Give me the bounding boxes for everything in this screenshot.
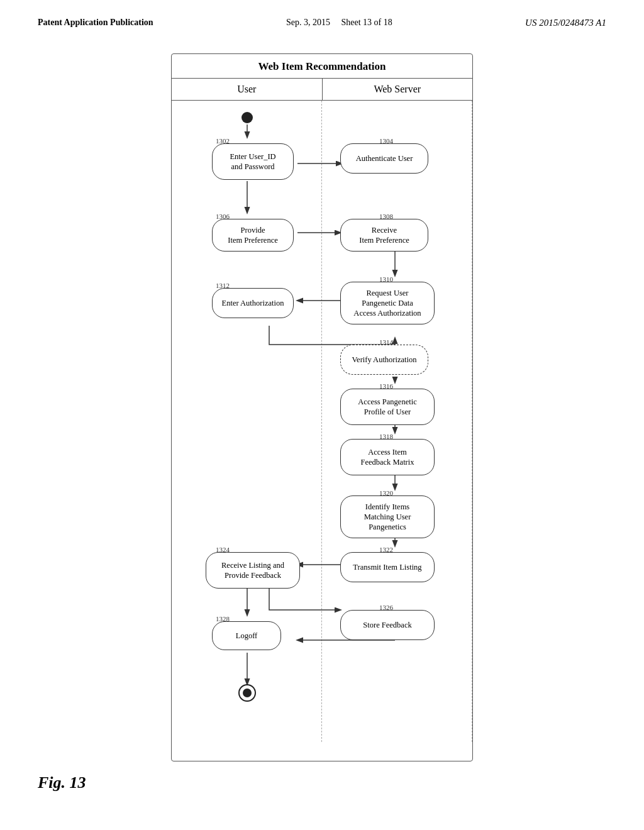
header-publication: Patent Application Publication bbox=[38, 18, 153, 28]
node-1308: ReceiveItem Preference bbox=[340, 219, 428, 252]
node-1304: Authenticate User bbox=[340, 143, 428, 174]
node-1320: Identify ItemsMatching UserPangenetics bbox=[340, 495, 435, 538]
node-1316: Access PangeneticProfile of User bbox=[340, 389, 435, 425]
swimlane-headers: User Web Server bbox=[172, 79, 472, 101]
node-1318: Access ItemFeedback Matrix bbox=[340, 439, 435, 475]
node-1316-label: Access PangeneticProfile of User bbox=[358, 397, 416, 418]
start-circle bbox=[242, 112, 253, 123]
node-1312: Enter Authorization bbox=[212, 288, 294, 318]
header-date-sheet: Sep. 3, 2015 Sheet 13 of 18 bbox=[286, 18, 392, 28]
node-1304-label: Authenticate User bbox=[356, 153, 413, 163]
node-1308-label: ReceiveItem Preference bbox=[359, 225, 409, 246]
header-patent-num: US 2015/0248473 A1 bbox=[525, 18, 606, 28]
node-1322: Transmit Item Listing bbox=[340, 552, 435, 582]
node-1322-label: Transmit Item Listing bbox=[353, 562, 421, 572]
node-1312-label: Enter Authorization bbox=[222, 298, 284, 308]
node-1314: Verify Authorization bbox=[340, 345, 428, 375]
node-1318-label: Access ItemFeedback Matrix bbox=[360, 447, 414, 468]
node-1314-label: Verify Authorization bbox=[352, 355, 416, 365]
node-1310-label: Request UserPangenetic DataAccess Author… bbox=[353, 288, 421, 319]
node-1302-label: Enter User_IDand Password bbox=[230, 152, 275, 172]
node-1306: ProvideItem Preference bbox=[212, 219, 294, 252]
fig-label: Fig. 13 bbox=[38, 773, 86, 792]
node-1326: Store Feedback bbox=[340, 610, 435, 640]
node-1310: Request UserPangenetic DataAccess Author… bbox=[340, 282, 435, 324]
node-1326-label: Store Feedback bbox=[363, 620, 411, 630]
header-date: Sep. 3, 2015 bbox=[286, 18, 330, 27]
node-1324-label: Receive Listing andProvide Feedback bbox=[221, 560, 284, 581]
lane-header-user: User bbox=[172, 79, 323, 100]
header-sheet: Sheet 13 of 18 bbox=[341, 18, 392, 27]
page-header: Patent Application Publication Sep. 3, 2… bbox=[0, 0, 644, 35]
end-circle-inner bbox=[243, 689, 252, 697]
diagram-box: Web Item Recommendation User Web Server bbox=[171, 53, 473, 761]
node-1320-label: Identify ItemsMatching UserPangenetics bbox=[364, 502, 411, 533]
node-1306-label: ProvideItem Preference bbox=[228, 225, 277, 246]
swimlane-body: 1302 Enter User_IDand Password 1304 Auth… bbox=[172, 101, 472, 742]
lane-header-server: Web Server bbox=[323, 79, 473, 100]
diagram-area: Web Item Recommendation User Web Server bbox=[0, 53, 644, 761]
node-1328: Logoff bbox=[212, 621, 281, 650]
end-circle bbox=[238, 684, 256, 702]
node-1324: Receive Listing andProvide Feedback bbox=[206, 552, 300, 589]
diagram-title: Web Item Recommendation bbox=[172, 54, 472, 79]
node-1328-label: Logoff bbox=[236, 631, 258, 641]
node-1302: Enter User_IDand Password bbox=[212, 143, 294, 180]
